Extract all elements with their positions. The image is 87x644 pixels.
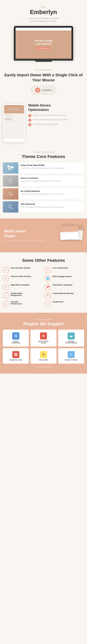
plugin-card-booked: BOOKEDAPPOINTMENTS xyxy=(58,330,84,346)
phone-body-text-3: Find Your StyleWith Emberlyn xyxy=(5,118,23,120)
mobile-heading: Mobile DeviceOptimization xyxy=(28,103,84,112)
plugin-label-cf7: CONTACT FORM 7 xyxy=(64,359,78,361)
plugin-label-booked: BOOKEDAPPOINTMENTS xyxy=(65,340,77,344)
laptop-screen: Personal Stylingwith Emberlyn Discover M… xyxy=(16,30,72,59)
feat-title-googlemap: Customizable Google Map xyxy=(52,292,74,294)
install-section: One click installation Easily Import Dem… xyxy=(0,64,87,99)
hero-subtitle: An Awesome User Friendly Combinationof V… xyxy=(3,17,84,22)
feature-title-seo: SEO Optimized xyxy=(20,203,64,205)
svg-rect-11 xyxy=(14,334,18,338)
svg-rect-27 xyxy=(14,355,16,356)
svg-text:</>: </> xyxy=(10,193,13,195)
plugins-label: Free & Compatible xyxy=(3,318,84,320)
vc-logo-icon xyxy=(14,334,18,338)
svg-point-32 xyxy=(43,354,43,354)
feat-card-multilang: 🌐 Multi Language Support xyxy=(45,276,84,282)
feature-desc-drag: Visual Composer plugin offers amazing to… xyxy=(20,167,64,169)
feature-desc-customize: Awesome easy-to-use options will adjust … xyxy=(20,180,61,182)
mobile-content: Mobile DeviceOptimization 1 Absolutely a… xyxy=(28,103,84,128)
mobile-feature-2: 2 The theme uses Mobile Friendly colors,… xyxy=(28,118,84,122)
phone-screen-body: What Others Say Lorem ipsum dolor sit am… xyxy=(4,114,24,123)
plugin-icon-mc xyxy=(40,351,47,358)
plugin-label-vc: VISUALCOMPOSER xyxy=(12,340,20,344)
phone-mockup: Wear It Your Own WayStyle and Look What … xyxy=(3,103,26,142)
feature-item-coding: </> No Coding Required No need to be a p… xyxy=(3,188,84,200)
laptop-stand xyxy=(35,61,52,62)
phone-screen-header: Wear It Your Own WayStyle and Look xyxy=(4,105,24,114)
plugin-icon-vc xyxy=(12,332,19,340)
phone-dot-1 xyxy=(13,121,14,122)
feat-info-parallax: Parallax EffectBackgrounds xyxy=(11,292,22,296)
feature-desc-seo: HTML code integrated into the theme meet… xyxy=(20,206,64,208)
svg-rect-28 xyxy=(16,355,17,356)
install-btn-label: Installation xyxy=(42,89,52,91)
plugin-label-rev: REVOLUTIONSLIDER xyxy=(38,340,48,344)
feature-img-drag-bg xyxy=(3,162,18,174)
svg-rect-34 xyxy=(43,355,44,355)
feat-info-megamenu: Mega Menu Compatible xyxy=(11,284,30,286)
eg-logo-icon xyxy=(14,352,18,356)
feat-card-stickymenu: 📌 Sticky Menus Supported xyxy=(45,284,84,290)
feat-icon-megamenu: ☰ xyxy=(3,284,9,290)
mobile-feature-1: 1 Absolutely all available sections supp… xyxy=(28,114,84,117)
install-button[interactable]: ⬇ Installation xyxy=(31,86,56,95)
hero-meet-label: Meet xyxy=(3,6,84,8)
phone-dot-3 xyxy=(15,121,16,122)
svg-rect-2 xyxy=(11,166,14,168)
svg-rect-26 xyxy=(16,353,17,354)
screen-line xyxy=(61,233,73,234)
screen-card-2 xyxy=(60,226,79,240)
plugin-card-rev: REVOLUTIONSLIDER xyxy=(30,330,56,346)
plugin-label-mc: MAILCHIMP xyxy=(39,359,48,361)
booked-logo-icon xyxy=(69,334,73,338)
plugin-icon-cf7: 7 xyxy=(68,351,75,358)
mobile-feature-text-1: Absolutely all available sections suppor… xyxy=(33,114,66,116)
nav-dot xyxy=(20,29,21,30)
svg-rect-24 xyxy=(14,352,18,356)
feature-text-seo: SEO Optimized HTML code integrated into … xyxy=(20,201,66,210)
svg-rect-12 xyxy=(14,334,16,336)
other-title: Some Other Features xyxy=(3,258,84,263)
screen-line xyxy=(61,232,78,233)
feat-card-googlemap: 📍 Customizable Google Map xyxy=(45,292,84,298)
plugin-label-eg: ESSENTIAL GRID xyxy=(10,359,22,361)
feat-card-updates: ↻ Easy Automatic Updates xyxy=(3,267,42,273)
feat-info-admin: Powerful Admin Interface xyxy=(11,276,31,278)
install-label: One click installation xyxy=(3,69,84,71)
feature-img-seo-bg xyxy=(3,201,18,212)
feat-info-fontello: AwesomeFontello Icons xyxy=(11,301,22,305)
phone-screen-header-text: Wear It Your Own WayStyle and Look xyxy=(8,108,21,110)
feat-icon-updates: ↻ xyxy=(3,267,9,273)
feat-title-multilang: Multi Language Support xyxy=(52,276,72,278)
feat-info-googlemap: Customizable Google Map xyxy=(52,292,74,295)
phone-outer: Wear It Your Own WayStyle and Look What … xyxy=(3,103,26,142)
multi-screens xyxy=(52,224,83,247)
core-label: For Easy Website Creation xyxy=(3,151,84,153)
nav-line xyxy=(22,29,70,29)
feat-icon-googlefonts: A xyxy=(45,301,51,307)
features-grid: ↻ Easy Automatic Updates ❖ Lots of Short… xyxy=(3,267,84,307)
svg-rect-1 xyxy=(8,168,11,170)
plugin-card-vc: VISUALCOMPOSER xyxy=(3,330,29,346)
feat-title-admin: Powerful Admin Interface xyxy=(11,276,31,278)
laptop-discover-button[interactable]: Discover More xyxy=(36,47,51,50)
no-coding-icon: </> xyxy=(7,191,14,197)
svg-line-10 xyxy=(11,208,12,209)
core-title: Theme Core Features xyxy=(3,154,84,159)
phone-body-text-2: Lorem ipsum dolor sit amet... xyxy=(5,116,23,117)
feat-info-shortcodes: Lots of Shortcodes xyxy=(52,267,68,269)
laptop-screen-heading: Personal Stylingwith Emberlyn xyxy=(34,39,52,46)
feature-desc-coding: No need to be a professional web develop… xyxy=(20,193,64,195)
feature-title-coding: No Coding Required xyxy=(20,190,64,192)
feat-icon-parallax: ⬡ xyxy=(3,292,9,298)
feat-card-admin: ⚙ Powerful Admin Interface xyxy=(3,276,42,282)
feat-info-multilang: Multi Language Support xyxy=(52,276,72,278)
feature-title-drag: Drag & Drop Page Builder xyxy=(20,164,64,166)
laptop-base xyxy=(14,59,73,61)
seo-icon xyxy=(7,204,14,210)
feat-card-googlefonts: A Google Fonts xyxy=(45,301,84,307)
feat-icon-fontello: ★ xyxy=(3,301,9,307)
feature-item-seo: SEO Optimized HTML code integrated into … xyxy=(3,201,84,212)
svg-rect-21 xyxy=(70,335,72,336)
feature-img-customize-bg xyxy=(3,175,18,186)
